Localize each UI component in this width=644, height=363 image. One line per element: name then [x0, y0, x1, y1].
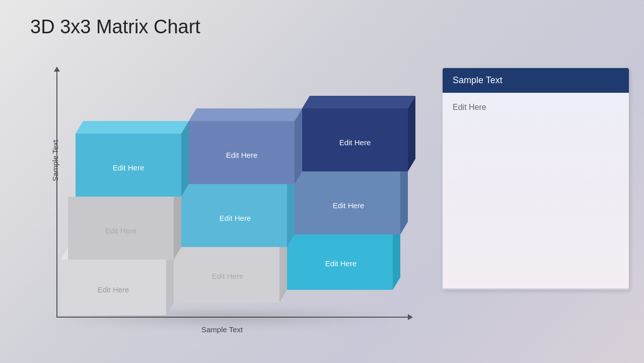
chart-area: Sample Text Sample Text Edit Here	[30, 55, 428, 343]
legend-edit-text: Edit Here	[453, 103, 619, 112]
svg-marker-26	[181, 121, 189, 197]
cell-r0c2: Edit Here	[302, 96, 415, 171]
svg-text:Edit Here: Edit Here	[98, 285, 129, 294]
page-title: 3D 3x3 Matrix Chart	[30, 16, 200, 38]
matrix-svg: Edit Here Edit Here Edit Here	[58, 63, 415, 320]
svg-marker-34	[408, 96, 415, 171]
svg-text:Edit Here: Edit Here	[113, 163, 145, 172]
svg-text:Edit Here: Edit Here	[226, 151, 258, 159]
svg-text:Edit Here: Edit Here	[325, 259, 357, 268]
legend-panel: Sample Text Edit Here	[443, 68, 629, 290]
svg-marker-24	[76, 121, 189, 134]
legend-body: Edit Here	[443, 93, 629, 288]
cell-r0c1: Edit Here	[189, 108, 302, 184]
svg-marker-30	[295, 108, 302, 184]
svg-text:Edit Here: Edit Here	[339, 138, 371, 147]
svg-marker-32	[302, 96, 415, 108]
svg-text:Edit Here: Edit Here	[333, 201, 365, 210]
svg-text:Edit Here: Edit Here	[105, 226, 137, 235]
cell-r0c0: Edit Here	[76, 121, 189, 197]
svg-marker-28	[189, 108, 302, 121]
legend-header: Sample Text	[443, 68, 629, 93]
y-axis	[56, 71, 57, 318]
svg-text:Edit Here: Edit Here	[220, 214, 251, 222]
svg-text:Edit Here: Edit Here	[212, 272, 244, 280]
